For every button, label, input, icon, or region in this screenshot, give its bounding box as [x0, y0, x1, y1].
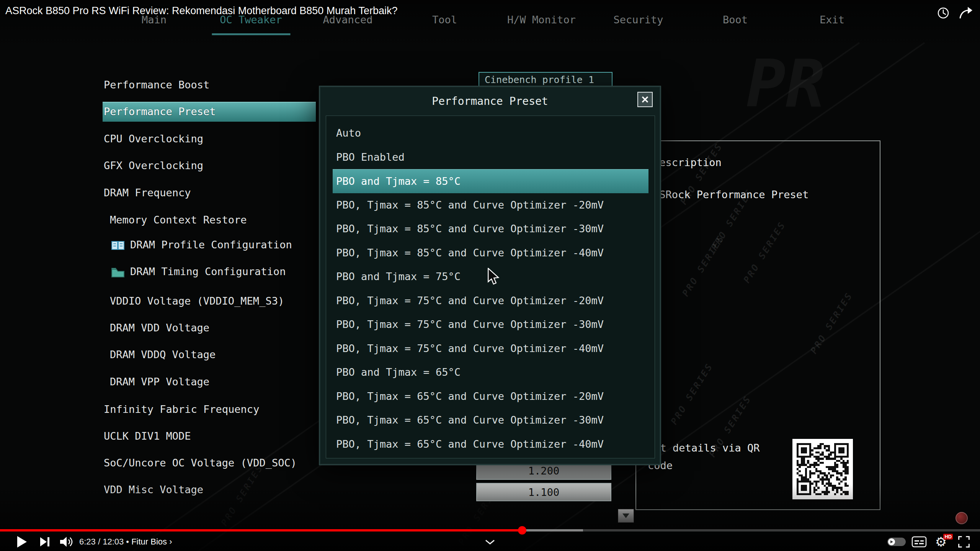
arrow-down-icon	[622, 514, 629, 518]
menu-item-label: DRAM Profile Configuration	[130, 239, 292, 251]
autoplay-toggle[interactable]	[886, 533, 907, 551]
preset-option[interactable]: PBO, Tjmax = 65°C and Curve Optimizer -3…	[326, 408, 655, 432]
menu-item-dram-vpp-voltage[interactable]: DRAM VPP Voltage	[110, 372, 209, 391]
menu-item-dram-vddq-voltage[interactable]: DRAM VDDQ Voltage	[110, 345, 216, 364]
scroll-down-button[interactable]	[618, 509, 634, 523]
menu-item-vddio-voltage[interactable]: VDDIO Voltage (VDDIO_MEM_S3)	[110, 292, 284, 311]
next-icon	[39, 536, 50, 547]
menu-item-performance-boost[interactable]: Performance Boost	[104, 75, 209, 95]
dialog-title: Performance Preset	[320, 95, 660, 108]
menu-item-gfx-overclocking[interactable]: GFX Overclocking	[104, 156, 203, 175]
volume-button[interactable]	[57, 533, 77, 551]
preset-option-selected[interactable]: PBO and Tjmax = 85°C	[333, 169, 648, 193]
time-separator: /	[96, 537, 103, 547]
preset-option[interactable]: PBO, Tjmax = 75°C and Curve Optimizer -2…	[326, 289, 655, 313]
close-icon	[641, 96, 649, 103]
preset-option[interactable]: PBO, Tjmax = 65°C and Curve Optimizer -4…	[326, 432, 655, 456]
preset-option-auto[interactable]: Auto	[326, 121, 655, 145]
mouse-cursor	[487, 268, 501, 287]
dialog-close-button[interactable]	[637, 92, 653, 107]
tab-boot[interactable]: Boot	[687, 10, 784, 35]
play-icon	[16, 536, 27, 548]
play-button[interactable]	[13, 533, 31, 551]
menu-item-label: DRAM Timing Configuration	[130, 266, 286, 277]
book-icon	[111, 240, 125, 251]
preset-option[interactable]: PBO and Tjmax = 65°C	[326, 360, 655, 385]
share-button[interactable]	[958, 6, 973, 21]
menu-item-uclk-div1-mode[interactable]: UCLK DIV1 MODE	[104, 427, 191, 446]
time-display: 6:23 / 12:03 • Fitur Bios ›	[79, 533, 172, 551]
gear-icon: ⚙HD	[935, 535, 947, 548]
tab-tool[interactable]: Tool	[396, 10, 493, 35]
next-button[interactable]	[36, 533, 54, 551]
subtitles-icon	[911, 536, 927, 548]
menu-item-vdd-misc-voltage[interactable]: VDD Misc Voltage	[104, 480, 203, 499]
chevron-down-icon	[485, 540, 495, 544]
chapter-chevron-icon[interactable]: ›	[167, 537, 172, 547]
seek-bar[interactable]	[0, 529, 980, 531]
menu-item-infinity-fabric-frequency[interactable]: Infinity Fabric Frequency	[104, 400, 259, 419]
preset-options-list: Auto PBO Enabled PBO and Tjmax = 85°C PB…	[326, 116, 655, 458]
player-controls: 6:23 / 12:03 • Fitur Bios ›	[0, 533, 980, 551]
progress-played	[0, 529, 522, 531]
fullscreen-icon	[957, 535, 970, 548]
description-body: ASRock Performance Preset	[653, 189, 808, 201]
voltage-value-field-lower[interactable]: 1.100	[476, 483, 611, 501]
watermark-logo: PR	[746, 46, 825, 122]
tab-hw-monitor[interactable]: H/W Monitor	[493, 10, 590, 35]
play-icon	[890, 540, 893, 544]
video-frame: PR PRO SERIES PRO SERIES PRO SERIES PRO …	[0, 0, 980, 551]
menu-item-cpu-overclocking[interactable]: CPU Overclocking	[104, 129, 203, 148]
speaker-icon	[59, 536, 74, 548]
preset-option[interactable]: PBO, Tjmax = 75°C and Curve Optimizer -3…	[326, 313, 655, 337]
subtitles-button[interactable]	[910, 533, 929, 551]
profile-hint-text: Cinebench profile 1	[485, 74, 594, 85]
description-panel: Description ASRock Performance Preset Ge…	[635, 140, 880, 510]
tab-security[interactable]: Security	[590, 10, 687, 35]
current-time: 6:23	[79, 537, 96, 547]
video-title[interactable]: ASRock B850 Pro RS WiFi Review: Rekomend…	[5, 5, 397, 17]
chapter-button[interactable]: Fitur Bios	[131, 537, 167, 547]
duration: 12:03	[103, 537, 124, 547]
channel-watermark[interactable]	[956, 512, 968, 524]
quality-badge: HD	[943, 534, 953, 540]
menu-item-performance-preset[interactable]: Performance Preset	[104, 102, 216, 121]
description-heading: Description	[653, 156, 722, 168]
fullscreen-button[interactable]	[954, 533, 974, 551]
menu-item-memory-context-restore[interactable]: Memory Context Restore	[110, 210, 247, 230]
autoplay-pill	[887, 538, 906, 546]
share-arrow-icon	[958, 6, 973, 20]
clock-icon	[936, 6, 950, 20]
menu-item-dram-vdd-voltage[interactable]: DRAM VDD Voltage	[110, 318, 209, 337]
menu-item-dram-profile-configuration[interactable]: DRAM Profile Configuration	[111, 235, 292, 254]
preset-option[interactable]: PBO, Tjmax = 85°C and Curve Optimizer -4…	[326, 241, 655, 265]
settings-button[interactable]: ⚙HD	[931, 533, 951, 551]
menu-item-dram-timing-configuration[interactable]: DRAM Timing Configuration	[111, 262, 286, 281]
menu-item-dram-frequency[interactable]: DRAM Frequency	[104, 183, 191, 202]
preset-option-pbo-enabled[interactable]: PBO Enabled	[326, 145, 655, 170]
preset-option[interactable]: PBO, Tjmax = 75°C and Curve Optimizer -4…	[326, 337, 655, 361]
preset-option[interactable]: PBO, Tjmax = 85°C and Curve Optimizer -3…	[326, 217, 655, 241]
menu-item-soc-uncore-oc-voltage[interactable]: SoC/Uncore OC Voltage (VDD_SOC)	[104, 453, 297, 473]
preset-option[interactable]: PBO, Tjmax = 65°C and Curve Optimizer -2…	[326, 385, 655, 409]
autoplay-knob	[888, 538, 895, 545]
chapter-panel-toggle[interactable]	[482, 533, 498, 551]
tab-exit[interactable]: Exit	[784, 10, 880, 35]
watch-later-button[interactable]	[936, 6, 950, 21]
folder-icon	[111, 267, 125, 278]
qr-caption-line1: Get details via QR	[648, 442, 760, 454]
qr-code	[792, 439, 853, 499]
preset-option[interactable]: PBO, Tjmax = 85°C and Curve Optimizer -2…	[326, 193, 655, 217]
dot-separator: •	[124, 537, 131, 547]
